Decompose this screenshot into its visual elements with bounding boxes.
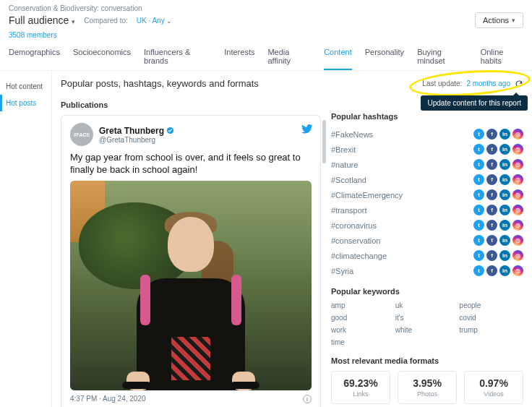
media-format-box[interactable]: 69.23%Links [331, 371, 390, 404]
top-tabs: DemographicsSocioeconomicsInfluencers & … [0, 40, 532, 71]
keywords-title: Popular keywords [331, 287, 523, 296]
facebook-icon[interactable]: f [486, 220, 497, 231]
member-count[interactable]: 3508 members [9, 31, 523, 39]
twitter-icon[interactable]: t [473, 129, 484, 140]
tab-media-affinity[interactable]: Media affinity [267, 48, 311, 70]
hashtag-social: tfin◎ [473, 174, 523, 185]
hashtags-title: Popular hashtags [331, 112, 523, 121]
instagram-icon[interactable]: ◎ [512, 174, 523, 185]
tab-personality[interactable]: Personality [365, 48, 404, 70]
linkedin-icon[interactable]: in [499, 159, 510, 170]
hashtag-label[interactable]: #transport [331, 206, 367, 215]
tab-interests[interactable]: Interests [224, 48, 254, 70]
instagram-icon[interactable]: ◎ [512, 265, 523, 276]
last-update-value[interactable]: 2 months ago [466, 80, 510, 87]
instagram-icon[interactable]: ◎ [512, 235, 523, 246]
hashtag-row: #conservationtfin◎ [331, 233, 523, 248]
tweet-user[interactable]: Greta Thunberg [99, 126, 174, 136]
hashtag-social: tfin◎ [473, 189, 523, 200]
media-label: Photos [401, 390, 453, 398]
hashtag-social: tfin◎ [473, 235, 523, 246]
hashtag-social: tfin◎ [473, 205, 523, 215]
facebook-icon[interactable]: f [486, 159, 497, 170]
twitter-icon[interactable]: t [473, 220, 484, 231]
hashtag-label[interactable]: #FakeNews [331, 130, 373, 139]
hashtag-label[interactable]: #Syria [331, 267, 353, 275]
tab-socioeconomics[interactable]: Socioeconomics [73, 48, 131, 70]
tab-demographics[interactable]: Demographics [9, 48, 60, 70]
keyword-item[interactable]: trump [459, 326, 523, 334]
facebook-icon[interactable]: f [486, 205, 497, 215]
instagram-icon[interactable]: ◎ [512, 144, 523, 155]
tab-influencers-brands[interactable]: Influencers & brands [144, 48, 211, 70]
twitter-icon[interactable]: t [473, 159, 484, 170]
keyword-item[interactable]: amp [331, 301, 395, 309]
info-icon[interactable]: i [303, 395, 312, 403]
scrollbar-thumb[interactable] [322, 120, 326, 163]
hashtag-row: #Brexittfin◎ [331, 142, 523, 157]
keyword-item[interactable]: time [331, 338, 395, 346]
hashtag-label[interactable]: #coronavirus [331, 221, 377, 230]
linkedin-icon[interactable]: in [499, 144, 510, 155]
media-format-box[interactable]: 0.97%Videos [464, 371, 523, 404]
keyword-item[interactable]: uk [395, 301, 460, 309]
instagram-icon[interactable]: ◎ [512, 220, 523, 231]
hashtag-label[interactable]: #Brexit [331, 145, 356, 154]
tab-online-habits[interactable]: Online habits [481, 48, 523, 70]
keyword-item[interactable]: white [395, 326, 460, 334]
twitter-icon[interactable]: t [473, 144, 484, 155]
facebook-icon[interactable]: f [486, 144, 497, 155]
linkedin-icon[interactable]: in [499, 189, 510, 200]
facebook-icon[interactable]: f [486, 265, 497, 276]
linkedin-icon[interactable]: in [499, 129, 510, 140]
linkedin-icon[interactable]: in [499, 205, 510, 215]
instagram-icon[interactable]: ◎ [512, 159, 523, 170]
keyword-item[interactable]: work [331, 326, 395, 334]
twitter-icon[interactable]: t [473, 174, 484, 185]
linkedin-icon[interactable]: in [499, 174, 510, 185]
avatar[interactable]: #FACE [70, 123, 93, 146]
hashtag-social: tfin◎ [473, 250, 523, 261]
facebook-icon[interactable]: f [486, 174, 497, 185]
instagram-icon[interactable]: ◎ [512, 189, 523, 200]
linkedin-icon[interactable]: in [499, 250, 510, 261]
compared-to-value[interactable]: UK · Any ⌄ [137, 17, 173, 25]
audience-selector[interactable]: Full audience ▾ [9, 14, 75, 26]
linkedin-icon[interactable]: in [499, 265, 510, 276]
keyword-item[interactable]: people [459, 301, 523, 309]
tweet-photo[interactable] [70, 181, 312, 390]
twitter-icon[interactable] [301, 123, 313, 134]
hashtag-label[interactable]: #Scotland [331, 176, 366, 184]
facebook-icon[interactable]: f [486, 250, 497, 261]
twitter-icon[interactable]: t [473, 189, 484, 200]
keyword-item[interactable]: covid [459, 314, 523, 322]
hashtag-label[interactable]: #nature [331, 160, 358, 169]
hashtag-label[interactable]: #ClimateEmergency [331, 191, 403, 200]
facebook-icon[interactable]: f [486, 189, 497, 200]
twitter-icon[interactable]: t [473, 205, 484, 215]
instagram-icon[interactable]: ◎ [512, 205, 523, 215]
instagram-icon[interactable]: ◎ [512, 129, 523, 140]
tab-content[interactable]: Content [324, 48, 352, 70]
tweet-timestamp[interactable]: 4:37 PM · Aug 24, 2020 [70, 395, 146, 403]
sidebar-item-hot-content[interactable]: Hot content [0, 78, 51, 95]
facebook-icon[interactable]: f [486, 235, 497, 246]
keyword-item[interactable]: good [331, 314, 395, 322]
actions-button[interactable]: Actions ▾ [475, 12, 523, 28]
sidebar-item-hot-posts[interactable]: Hot posts [0, 95, 51, 111]
media-format-box[interactable]: 3.95%Photos [398, 371, 457, 404]
twitter-icon[interactable]: t [473, 235, 484, 246]
instagram-icon[interactable]: ◎ [512, 250, 523, 261]
twitter-icon[interactable]: t [473, 250, 484, 261]
twitter-icon[interactable]: t [473, 265, 484, 276]
tweet-card[interactable]: #FACE Greta Thunberg @GretaThunberg My g… [61, 115, 321, 407]
tweet-handle[interactable]: @GretaThunberg [99, 136, 174, 144]
linkedin-icon[interactable]: in [499, 220, 510, 231]
refresh-icon[interactable] [515, 80, 523, 88]
facebook-icon[interactable]: f [486, 129, 497, 140]
keyword-item[interactable]: it's [395, 314, 460, 322]
hashtag-label[interactable]: #conservation [331, 236, 381, 245]
hashtag-label[interactable]: #climatechange [331, 252, 387, 260]
tab-buying-mindset[interactable]: Buying mindset [417, 48, 468, 70]
linkedin-icon[interactable]: in [499, 235, 510, 246]
